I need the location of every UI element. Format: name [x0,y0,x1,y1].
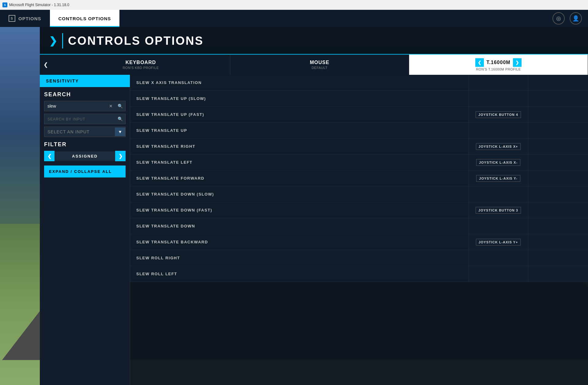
binding-name: SLEW TRANSLATE FORWARD [130,170,469,186]
binding-row[interactable]: SLEW TRANSLATE UP (FAST)JOYSTICK BUTTON … [130,107,588,123]
search-by-icon[interactable]: 🔍 [115,115,125,123]
search-clear-button[interactable]: ✕ [107,102,115,110]
binding-row[interactable]: SLEW X AXIS TRANSLATION [130,75,588,91]
filter-value: ASSIGNED [55,151,115,161]
binding-row[interactable]: SLEW TRANSLATE DOWN (SLOW) [130,186,588,202]
binding-slot-1[interactable] [469,91,528,106]
nav-tab-controls[interactable]: CONTROLS OPTIONS [50,10,120,27]
filter-next-button[interactable]: ❯ [115,151,126,161]
binding-slot-1[interactable] [469,250,528,266]
binding-slot-2[interactable] [528,91,588,106]
keyboard-tab-name: KEYBOARD [126,60,156,65]
binding-name: SLEW X AXIS TRANSLATION [130,75,469,90]
binding-tag: JOYSTICK BUTTON 4 [476,111,521,118]
sidebar: SENSITIVITY SEARCH ✕ 🔍 🔍 Select an input [40,75,130,385]
profile-button[interactable]: 👤 [570,12,582,25]
nav-right-actions: ◎ 👤 [552,10,588,27]
device-tab-mouse[interactable]: MOUSE DEFAULT [230,55,409,75]
binding-row[interactable]: SLEW TRANSLATE UP [130,123,588,139]
binding-name: SLEW ROLL RIGHT [130,250,469,266]
binding-tag: JOYSTICK L-AXIS X- [476,159,520,166]
sensitivity-button[interactable]: SENSITIVITY [40,75,130,87]
filter-controls: ❮ ASSIGNED ❯ [44,151,126,161]
binding-slot-2[interactable] [528,123,588,138]
expand-collapse-button[interactable]: EXPAND / COLLAPSE ALL [44,166,126,177]
binding-slot-1[interactable]: JOYSTICK L-AXIS X- [469,154,528,170]
binding-slot-1[interactable] [469,218,528,234]
binding-row[interactable]: SLEW TRANSLATE LEFTJOYSTICK L-AXIS X- [130,154,588,170]
nav-controls-label: CONTROLS OPTIONS [58,16,111,21]
binding-name: SLEW TRANSLATE DOWN (FAST) [130,202,469,218]
binding-slot-1[interactable]: JOYSTICK L-AXIS Y- [469,170,528,186]
app-icon: S [2,2,7,7]
page-chevron-icon: ❯ [49,35,57,47]
t16000m-tab-name: T.16000M [486,60,510,65]
t16000m-prev-button[interactable]: ❮ [475,58,484,67]
select-input-wrap: Select an input ▼ [44,127,126,137]
search-by-input-wrap: 🔍 [44,114,126,124]
main-panel: ❯ CONTROLS OPTIONS ❮ KEYBOARD RON'S KBD … [40,27,588,385]
page-title: CONTROLS OPTIONS [68,34,204,48]
binding-row[interactable]: SLEW ROLL RIGHT [130,250,588,266]
binding-row[interactable]: SLEW TRANSLATE FORWARDJOYSTICK L-AXIS Y- [130,170,588,186]
t16000m-next-button[interactable]: ❯ [513,58,522,67]
binding-slot-2[interactable] [528,234,588,250]
binding-slot-2[interactable] [528,139,588,154]
keyboard-tab-profile: RON'S KBD PROFILE [123,66,159,70]
binding-slot-1[interactable]: JOYSTICK L-AXIS X+ [469,139,528,154]
device-tabs: ❮ KEYBOARD RON'S KBD PROFILE MOUSE DEFAU… [40,55,588,75]
binding-name: SLEW TRANSLATE RIGHT [130,139,469,154]
binding-name: SLEW TRANSLATE DOWN [130,218,469,234]
binding-tag: JOYSTICK L-AXIS Y+ [476,239,521,246]
binding-slot-1[interactable]: JOYSTICK L-AXIS Y+ [469,234,528,250]
binding-row[interactable]: SLEW TRANSLATE RIGHTJOYSTICK L-AXIS X+ [130,139,588,154]
binding-row[interactable]: SLEW TRANSLATE DOWN (FAST)JOYSTICK BUTTO… [130,202,588,218]
binding-slot-1[interactable] [469,186,528,202]
binding-slot-2[interactable] [528,75,588,90]
binding-row[interactable]: SLEW TRANSLATE DOWN [130,218,588,234]
select-chevron-icon[interactable]: ▼ [115,128,125,136]
binding-slot-2[interactable] [528,250,588,266]
binding-slot-1[interactable]: JOYSTICK BUTTON 4 [469,107,528,122]
binding-name: SLEW TRANSLATE UP [130,123,469,138]
search-icon[interactable]: 🔍 [115,102,125,110]
header-divider [62,33,63,48]
nav-tab-options[interactable]: S OPTIONS [0,10,50,27]
t16000m-tab-nav: ❮ T.16000M ❯ [475,58,521,67]
options-icon: S [9,15,15,22]
binding-slot-2[interactable] [528,170,588,186]
binding-row[interactable]: SLEW TRANSLATE UP (SLOW) [130,91,588,107]
binding-slot-2[interactable] [528,202,588,218]
binding-slot-2[interactable] [528,154,588,170]
device-tab-t16000m[interactable]: ❮ T.16000M ❯ RON'S T.16000M PROFILE [409,55,588,75]
binding-tag: JOYSTICK BUTTON 3 [476,207,521,214]
binding-row[interactable]: SLEW ROLL LEFT [130,266,588,282]
binding-slot-2[interactable] [528,266,588,282]
titlebar-title: Microsoft Flight Simulator - 1.31.18.0 [9,3,69,7]
binding-slot-2[interactable] [528,218,588,234]
binding-slot-1[interactable]: JOYSTICK BUTTON 3 [469,202,528,218]
device-tab-prev-button[interactable]: ❮ [40,55,51,75]
binding-name: SLEW TRANSLATE UP (SLOW) [130,91,469,106]
mouse-tab-profile: DEFAULT [311,66,327,70]
titlebar: S Microsoft Flight Simulator - 1.31.18.0 [0,0,588,10]
page-header: ❯ CONTROLS OPTIONS [40,27,588,55]
binding-slot-2[interactable] [528,107,588,122]
select-input[interactable]: Select an input [44,127,115,137]
content-area: SENSITIVITY SEARCH ✕ 🔍 🔍 Select an input [40,75,588,385]
search-text-wrap: ✕ 🔍 [44,101,126,111]
device-tab-keyboard[interactable]: KEYBOARD RON'S KBD PROFILE [51,55,230,75]
binding-name: SLEW ROLL LEFT [130,266,469,282]
binding-slot-1[interactable] [469,75,528,90]
binding-slot-1[interactable] [469,123,528,138]
filter-prev-button[interactable]: ❮ [44,151,55,161]
search-input[interactable] [44,101,107,111]
binding-slot-2[interactable] [528,186,588,202]
binding-row[interactable]: SLEW TRANSLATE BACKWARDJOYSTICK L-AXIS Y… [130,234,588,250]
achievements-button[interactable]: ◎ [552,12,565,25]
filter-section: FILTER ❮ ASSIGNED ❯ [40,137,130,166]
search-by-input[interactable] [44,114,115,124]
binding-name: SLEW TRANSLATE BACKWARD [130,234,469,250]
bindings-area[interactable]: SLEW X AXIS TRANSLATIONSLEW TRANSLATE UP… [130,75,588,385]
binding-slot-1[interactable] [469,266,528,282]
